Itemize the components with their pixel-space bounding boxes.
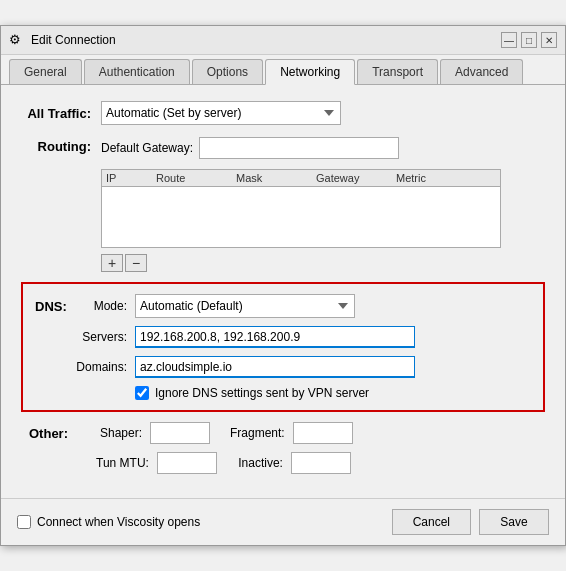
shaper-pair: Shaper:: [96, 422, 210, 444]
tab-general[interactable]: General: [9, 59, 82, 84]
shaper-input[interactable]: [150, 422, 210, 444]
dns-mode-row: DNS: Mode: Automatic (Default) Manual Di…: [35, 294, 531, 318]
dns-section: DNS: Mode: Automatic (Default) Manual Di…: [21, 282, 545, 412]
dns-servers-input[interactable]: [135, 326, 415, 348]
footer: Connect when Viscosity opens Cancel Save: [1, 498, 565, 545]
other-label: Other:: [21, 426, 76, 441]
other-row-1: Other: Shaper: Fragment:: [21, 422, 545, 444]
routing-gw-label: Default Gateway:: [101, 141, 193, 155]
routing-label: Routing:: [21, 137, 101, 154]
fragment-input[interactable]: [293, 422, 353, 444]
edit-connection-window: ⚙ Edit Connection — □ ✕ General Authenti…: [0, 25, 566, 546]
col-header-mask: Mask: [236, 172, 316, 184]
col-header-gateway: Gateway: [316, 172, 396, 184]
dns-ignore-label: Ignore DNS settings sent by VPN server: [155, 386, 369, 400]
dns-mode-select[interactable]: Automatic (Default) Manual Disabled: [135, 294, 355, 318]
dns-servers-label: Servers:: [75, 330, 135, 344]
all-traffic-label: All Traffic:: [21, 106, 101, 121]
tun-mtu-label: Tun MTU:: [96, 456, 153, 470]
footer-left: Connect when Viscosity opens: [17, 515, 200, 529]
dns-ignore-checkbox[interactable]: [135, 386, 149, 400]
routing-table-header: IP Route Mask Gateway Metric: [102, 170, 500, 187]
inactive-pair: Inactive:: [237, 452, 351, 474]
gateway-input[interactable]: [199, 137, 399, 159]
add-row-button[interactable]: +: [101, 254, 123, 272]
tun-mtu-pair: Tun MTU:: [96, 452, 217, 474]
dns-mode-label: Mode:: [75, 299, 135, 313]
col-header-ip: IP: [106, 172, 156, 184]
tab-transport[interactable]: Transport: [357, 59, 438, 84]
fragment-pair: Fragment:: [230, 422, 353, 444]
dns-domains-input[interactable]: [135, 356, 415, 378]
save-button[interactable]: Save: [479, 509, 549, 535]
window-title: Edit Connection: [31, 33, 116, 47]
routing-right: Default Gateway: IP Route Mask Gateway M…: [101, 137, 501, 272]
routing-gw-row: Default Gateway:: [101, 137, 501, 159]
tab-networking[interactable]: Networking: [265, 59, 355, 85]
shaper-label: Shaper:: [96, 426, 146, 440]
tab-bar: General Authentication Options Networkin…: [1, 55, 565, 85]
routing-table: IP Route Mask Gateway Metric: [101, 169, 501, 248]
other-section: Other: Shaper: Fragment: Tun MTU: Inacti…: [21, 422, 545, 474]
dns-ignore-row: Ignore DNS settings sent by VPN server: [35, 386, 531, 400]
col-header-route: Route: [156, 172, 236, 184]
routing-table-body: [102, 187, 500, 247]
content-area: All Traffic: Automatic (Set by server) A…: [1, 85, 565, 498]
tab-authentication[interactable]: Authentication: [84, 59, 190, 84]
connect-on-open-checkbox[interactable]: [17, 515, 31, 529]
title-buttons: — □ ✕: [501, 32, 557, 48]
dns-servers-row: Servers:: [35, 326, 531, 348]
remove-row-button[interactable]: −: [125, 254, 147, 272]
cancel-button[interactable]: Cancel: [392, 509, 471, 535]
title-bar: ⚙ Edit Connection — □ ✕: [1, 26, 565, 55]
dns-domains-label: Domains:: [75, 360, 135, 374]
col-header-metric: Metric: [396, 172, 476, 184]
close-button[interactable]: ✕: [541, 32, 557, 48]
dns-section-label: DNS:: [35, 299, 75, 314]
inactive-input[interactable]: [291, 452, 351, 474]
all-traffic-select[interactable]: Automatic (Set by server) All Traffic No…: [101, 101, 341, 125]
tun-mtu-input[interactable]: [157, 452, 217, 474]
connect-on-open-label: Connect when Viscosity opens: [37, 515, 200, 529]
fragment-label: Fragment:: [230, 426, 289, 440]
table-buttons: + −: [101, 254, 501, 272]
window-icon: ⚙: [9, 32, 25, 48]
minimize-button[interactable]: —: [501, 32, 517, 48]
title-bar-left: ⚙ Edit Connection: [9, 32, 116, 48]
footer-right: Cancel Save: [392, 509, 549, 535]
maximize-button[interactable]: □: [521, 32, 537, 48]
tab-advanced[interactable]: Advanced: [440, 59, 523, 84]
routing-row: Routing: Default Gateway: IP Route Mask …: [21, 137, 545, 272]
all-traffic-row: All Traffic: Automatic (Set by server) A…: [21, 101, 545, 125]
inactive-label: Inactive:: [237, 456, 287, 470]
tab-options[interactable]: Options: [192, 59, 263, 84]
other-row-2: Tun MTU: Inactive:: [21, 452, 545, 474]
dns-domains-row: Domains:: [35, 356, 531, 378]
